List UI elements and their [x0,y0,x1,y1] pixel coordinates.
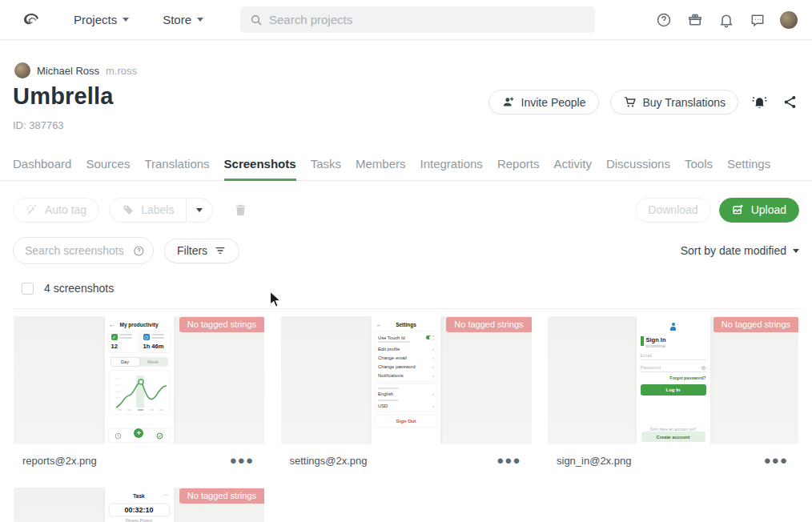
no-tagged-strings-badge: No tagged strings [446,317,531,332]
screenshot-filename[interactable]: sign_in@2x.png [557,455,631,467]
mouse-cursor [269,291,282,308]
auto-tag-label: Auto tag [45,203,86,216]
filter-icon [214,244,227,257]
tab-sources[interactable]: Sources [86,157,130,180]
projects-search [240,6,595,33]
screenshot-filename[interactable]: settings@2x.png [290,455,368,467]
more-menu-button[interactable]: ●●● [762,454,790,467]
app: Projects Store [0,0,812,522]
messages-icon[interactable] [749,11,766,29]
topbar: Projects Store [0,0,812,40]
filters-label: Filters [177,244,207,257]
tab-discussions[interactable]: Discussions [606,157,670,180]
help-icon[interactable] [655,11,673,29]
project-tabs: Dashboard Sources Translations Screensho… [0,157,812,181]
back-arrow-icon: ← [376,322,382,327]
chevron-down-icon [793,249,799,253]
invite-people-label: Invite People [521,96,586,109]
labels-label: Labels [141,203,174,216]
search-icon [250,14,263,26]
tab-tools[interactable]: Tools [685,157,713,180]
nav-store-label: Store [163,13,191,26]
header-actions: Invite People Buy Translations [488,90,799,114]
no-tagged-strings-badge: No tagged strings [714,317,798,332]
tab-translations[interactable]: Translations [144,157,209,180]
mock-create-account: Create account [641,432,705,442]
invite-people-button[interactable]: Invite People [488,90,599,114]
screenshot-thumbnail[interactable]: Task ⋯ 00:32:10 Fitness Project No tagge… [14,488,264,522]
question-circle-icon[interactable] [133,244,145,258]
tab-reports[interactable]: Reports [497,157,540,180]
buy-translations-button[interactable]: Buy Translations [610,90,739,114]
mock-item: Notifications [378,373,404,378]
mock-title: My productivity [119,322,158,327]
projects-search-input[interactable] [269,13,585,26]
download-button[interactable]: Download [635,198,710,223]
filters-button[interactable]: Filters [164,239,239,263]
user-avatar[interactable] [780,11,798,29]
notifications-icon[interactable] [718,11,735,29]
more-menu-button[interactable]: ●●● [495,454,522,467]
screenshot-thumbnail[interactable]: ← My productivity ✓ 12 ◷ 1h 46m [14,316,264,444]
clock-icon [115,432,122,440]
accent-bar [641,336,644,346]
subscribe-bell-button[interactable] [750,94,770,110]
screenshots-search [13,237,154,264]
mock-currency: USD [378,404,388,408]
mock-title: Settings [396,322,416,327]
screenshot-filename[interactable]: reports@2x.png [22,455,97,467]
tab-settings[interactable]: Settings [727,157,770,180]
nav-store[interactable]: Store [163,13,203,26]
tab-members[interactable]: Members [356,157,406,180]
upload-button[interactable]: Upload [719,198,799,223]
screenshot-card-task: Task ⋯ 00:32:10 Fitness Project No tagge… [14,488,264,522]
screenshot-thumbnail[interactable]: ← Settings Use Touch Id Edit profile› Ch… [281,316,532,444]
owner-name: Michael Ross [37,65,99,77]
screenshot-card-signin: Sign In to continue Email Password Forgo… [548,316,798,467]
bell-ring-icon [751,94,768,110]
screenshots-search-input[interactable] [25,244,128,257]
labels-dropdown-button[interactable] [186,198,213,223]
project-owner[interactable]: Michael Ross m.ross [14,62,137,78]
nav-projects[interactable]: Projects [74,13,129,26]
more-menu-button[interactable]: ●●● [228,454,255,467]
mock-email-field: Email [641,353,653,358]
labels-button[interactable]: Labels [109,198,186,223]
eye-icon [701,366,706,370]
cart-icon [623,95,637,109]
chevron-down-icon [123,18,129,22]
screenshot-card-reports: ← My productivity ✓ 12 ◷ 1h 46m [14,316,264,467]
clock-icon: ◷ [143,334,150,340]
trash-icon [234,203,247,217]
screenshot-thumbnail[interactable]: Sign In to continue Email Password Forgo… [548,316,798,444]
mock-forgot-link: Forgot password? [641,375,706,380]
stat-value: 12 [111,343,135,350]
share-button[interactable] [781,94,799,110]
crowdin-logo-icon [22,10,41,30]
crowdin-logo[interactable] [21,10,42,30]
topbar-icons [655,0,798,40]
mock-item: Edit profile [378,347,400,351]
phone-mockup-settings: ← Settings Use Touch Id Edit profile› Ch… [372,316,440,444]
tab-integrations[interactable]: Integrations [420,157,482,180]
nav-projects-label: Projects [74,13,117,26]
auto-tag-button[interactable]: Auto tag [13,198,99,223]
select-all-checkbox[interactable] [22,283,34,295]
tab-activity[interactable]: Activity [553,157,592,180]
more-icon: ⋯ [163,492,169,499]
gift-icon[interactable] [686,11,704,29]
mock-title: Task [133,493,144,499]
tab-dashboard[interactable]: Dashboard [13,157,71,180]
mock-touch-id: Use Touch Id [378,335,405,340]
sort-dropdown[interactable]: Sort by date modified [681,244,799,257]
sort-label: Sort by date modified [681,244,786,257]
check-icon: ✓ [111,334,118,340]
mock-tab-day: Day [111,358,139,366]
chevron-down-icon [196,208,203,212]
tab-tasks[interactable]: Tasks [311,157,341,180]
mock-tab-week: Week [139,358,167,366]
tab-screenshots[interactable]: Screenshots [224,157,296,181]
screenshots-grid: ← My productivity ✓ 12 ◷ 1h 46m [14,316,798,522]
delete-button[interactable] [234,203,247,217]
add-fab-icon: + [134,428,143,438]
